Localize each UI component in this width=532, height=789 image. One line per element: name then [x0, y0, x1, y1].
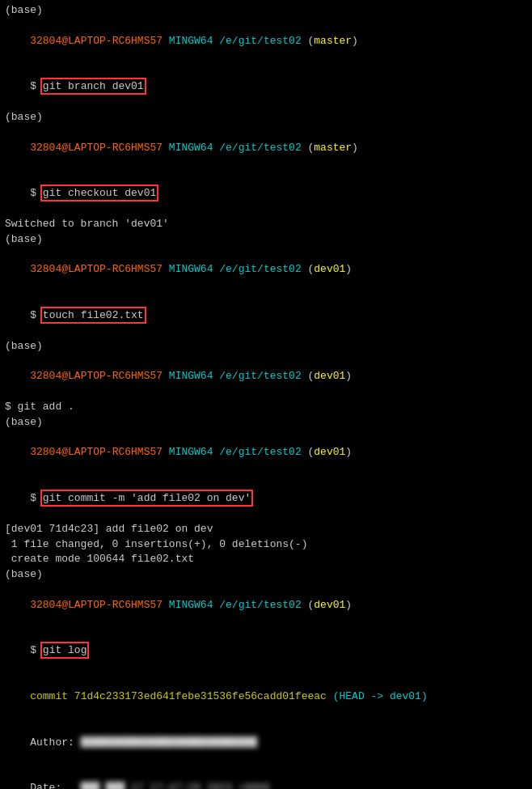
cmd-box-6: git log [43, 644, 87, 656]
cmd-text-4: $ git add . [5, 401, 74, 413]
prompt-user-5: 32804@LAPTOP-RC6HMS57 [30, 446, 163, 458]
p6c: ) [345, 599, 352, 611]
prompt-user-4: 32804@LAPTOP-RC6HMS57 [30, 370, 163, 382]
p3o: ( [302, 263, 315, 275]
text-base-6: (base) [5, 568, 43, 580]
line-3: (base) [5, 232, 527, 248]
author-label-1: Author: [30, 736, 80, 749]
commit-hash-1: commit 71d4c233173ed641febe31536fe56cadd… [5, 674, 527, 720]
commit-out-text-2: 1 file changed, 0 insertions(+), 0 delet… [5, 538, 307, 550]
prompt-path-6: MINGW64 /e/git/test02 [169, 599, 302, 611]
prompt-path-4: MINGW64 /e/git/test02 [169, 370, 302, 382]
branch-5: dev01 [314, 446, 345, 458]
prompt-user-3: 32804@LAPTOP-RC6HMS57 [30, 263, 163, 275]
cmd-text-6: git log [43, 644, 87, 656]
cmd-box-2: git checkout dev01 [43, 187, 156, 199]
cmd-line-5: $ git commit -m 'add file02 on dev' [5, 476, 527, 522]
author-line-1: Author: ████████████████████████████ [5, 720, 527, 766]
dollar-1: $ [30, 80, 43, 92]
date-label-1: Date: [30, 782, 80, 789]
sp5 [163, 446, 169, 458]
line-5: (base) [5, 415, 527, 431]
commit-out-text-3: create mode 100644 file02.txt [5, 553, 194, 565]
cmd-box-5: git commit -m 'add file02 on dev' [43, 492, 251, 504]
date-value-1: ███ ███ 17 17:47:29 2023 +0800 [81, 782, 270, 789]
terminal-window: (base) 32804@LAPTOP-RC6HMS57 MINGW64 /e/… [0, 0, 532, 789]
text-base-2: (base) [5, 111, 43, 123]
sp6 [163, 599, 169, 611]
p6o: ( [302, 599, 315, 611]
author-value-1: ████████████████████████████ [81, 736, 257, 749]
cmd-line-4: $ git add . [5, 400, 527, 415]
p2c: ) [352, 142, 358, 154]
p5c: ) [345, 446, 352, 458]
dollar-6: $ [30, 644, 43, 656]
prompt-user-6: 32804@LAPTOP-RC6HMS57 [30, 599, 163, 611]
cmd-line-3: $ touch file02.txt [5, 293, 527, 339]
p5o: ( [302, 446, 315, 458]
branch-3: dev01 [314, 263, 345, 275]
prompt-path-5: MINGW64 /e/git/test02 [169, 446, 302, 458]
cmd-text-1: git branch dev01 [43, 80, 144, 92]
prompt-branch-1: master [314, 35, 352, 47]
cmd-line-1: $ git branch dev01 [5, 64, 527, 110]
prompt-6: 32804@LAPTOP-RC6HMS57 MINGW64 /e/git/tes… [5, 583, 527, 629]
sp2 [163, 142, 169, 154]
switched-1: Switched to branch 'dev01' [5, 218, 169, 230]
line-1: (base) [5, 3, 527, 19]
prompt-paren-open-1: ( [302, 35, 315, 47]
cmd-box-1: git branch dev01 [43, 80, 144, 92]
cmd-text-5: git commit -m 'add file02 on dev' [43, 492, 251, 504]
p4c: ) [345, 370, 352, 382]
p4o: ( [302, 370, 315, 382]
line-6: (base) [5, 567, 527, 583]
cmd-text-3: touch file02.txt [43, 309, 144, 321]
line-2: (base) [5, 110, 527, 125]
p2o: ( [302, 142, 315, 154]
prompt-path-3: MINGW64 /e/git/test02 [169, 263, 302, 275]
dollar-5: $ [30, 492, 43, 504]
commit-output-3: create mode 100644 file02.txt [5, 552, 527, 567]
line-switched-1: Switched to branch 'dev01' [5, 217, 527, 232]
text-base-1: (base) [5, 4, 43, 16]
line-4: (base) [5, 339, 527, 354]
commit-ref-1: (HEAD -> dev01) [327, 690, 428, 702]
cmd-text-2: git checkout dev01 [43, 187, 156, 199]
commit-out-text-1: [dev01 71d4c23] add file02 on dev [5, 523, 213, 535]
cmd-line-2: $ git checkout dev01 [5, 171, 527, 217]
prompt-user-1: 32804@LAPTOP-RC6HMS57 [30, 35, 163, 47]
sp4 [163, 370, 169, 382]
prompt-env-1: MINGW64 /e/git/test02 [169, 35, 302, 47]
cmd-line-6: $ git log [5, 629, 527, 675]
branch-4: dev01 [314, 370, 345, 382]
prompt-user-2: 32804@LAPTOP-RC6HMS57 [30, 142, 163, 154]
prompt-5: 32804@LAPTOP-RC6HMS57 MINGW64 /e/git/tes… [5, 431, 527, 477]
prompt-2: 32804@LAPTOP-RC6HMS57 MINGW64 /e/git/tes… [5, 125, 527, 172]
prompt-paren-close-1: ) [352, 35, 358, 47]
prompt-4: 32804@LAPTOP-RC6HMS57 MINGW64 /e/git/tes… [5, 354, 527, 400]
p3c: ) [345, 263, 352, 275]
date-line-1: Date: ███ ███ 17 17:47:29 2023 +0800 [5, 766, 527, 789]
cmd-box-3: touch file02.txt [43, 309, 144, 321]
branch-2: master [314, 142, 352, 154]
text-base-5: (base) [5, 416, 43, 428]
commit-output-2: 1 file changed, 0 insertions(+), 0 delet… [5, 537, 527, 553]
dollar-3: $ [30, 309, 43, 321]
commit-label-1: commit 71d4c233173ed641febe31536fe56cadd… [30, 690, 327, 702]
dollar-2: $ [30, 187, 43, 199]
sp3 [163, 263, 169, 275]
prompt-space-1 [163, 35, 169, 47]
prompt-1: 32804@LAPTOP-RC6HMS57 MINGW64 /e/git/tes… [5, 19, 527, 65]
text-base-4: (base) [5, 340, 43, 352]
prompt-path-2: MINGW64 /e/git/test02 [169, 142, 302, 154]
prompt-3: 32804@LAPTOP-RC6HMS57 MINGW64 /e/git/tes… [5, 248, 527, 294]
branch-6: dev01 [314, 599, 345, 611]
commit-output-1: [dev01 71d4c23] add file02 on dev [5, 522, 527, 537]
text-base-3: (base) [5, 233, 43, 245]
